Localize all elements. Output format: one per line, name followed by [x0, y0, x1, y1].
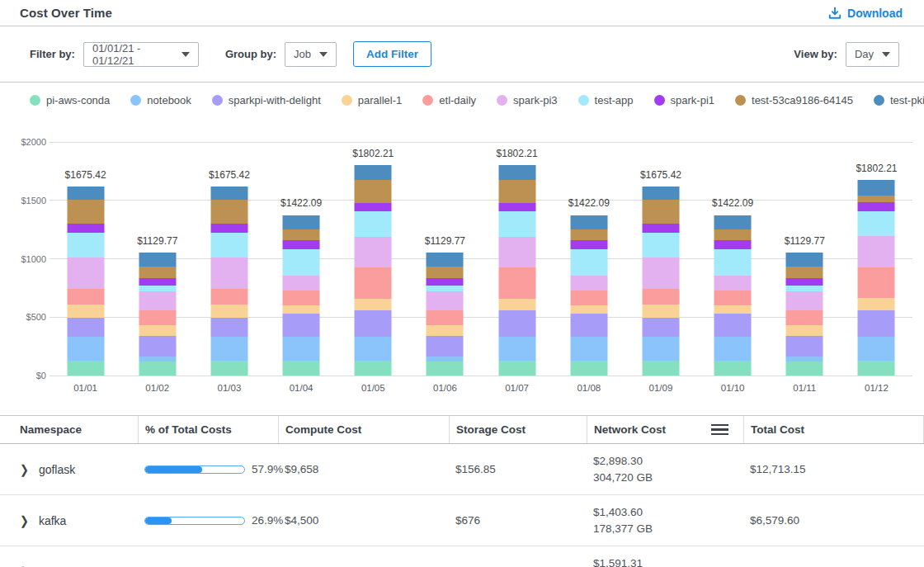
bar-segment-test-app[interactable]: [642, 233, 679, 258]
bar-segment-sparkpi-with-delight[interactable]: [283, 314, 320, 337]
bar-segment-spark-pi3[interactable]: [498, 237, 535, 267]
expand-chevron-icon[interactable]: ❯: [20, 513, 29, 527]
bar-segment-pi-aws-conda[interactable]: [283, 361, 320, 376]
stacked-bar-01/01[interactable]: [67, 187, 104, 376]
legend-item-pi-aws-conda[interactable]: pi-aws-conda: [30, 94, 110, 106]
bar-segment-test-pkix[interactable]: [67, 187, 104, 200]
bar-segment-notebook[interactable]: [283, 337, 320, 361]
legend-item-sparkpi-with-delight[interactable]: sparkpi-with-delight: [212, 94, 321, 106]
bar-segment-spark-pi1[interactable]: [427, 278, 464, 286]
bar-segment-test-pkix[interactable]: [283, 215, 320, 229]
bar-segment-parallel-1[interactable]: [283, 305, 320, 314]
legend-item-notebook[interactable]: notebook: [130, 94, 191, 106]
group-by-select[interactable]: Job: [285, 42, 337, 67]
bar-segment-pi-aws-conda[interactable]: [858, 361, 895, 376]
bar-segment-spark-pi3[interactable]: [714, 276, 752, 291]
bar-segment-test-53ca9186-64145[interactable]: [714, 229, 752, 240]
bar-segment-test-53ca9186-64145[interactable]: [786, 267, 823, 277]
bar-segment-notebook[interactable]: [210, 337, 248, 361]
bar-segment-test-53ca9186-64145[interactable]: [139, 267, 176, 277]
bar-segment-spark-pi1[interactable]: [714, 240, 752, 249]
bar-segment-test-pkix[interactable]: [642, 187, 679, 200]
bar-segment-sparkpi-with-delight[interactable]: [498, 310, 535, 337]
bar-segment-notebook[interactable]: [67, 337, 104, 361]
bar-segment-parallel-1[interactable]: [786, 325, 823, 336]
table-row-goflask[interactable]: ❯goflask57.9%$9,658$156.85$2,898.30304,7…: [0, 444, 924, 495]
bar-segment-test-pkix[interactable]: [714, 215, 752, 229]
bar-segment-etl-daily[interactable]: [210, 289, 248, 305]
bar-segment-spark-pi1[interactable]: [858, 202, 895, 211]
bar-segment-test-pkix[interactable]: [427, 253, 464, 267]
stacked-bar-01/04[interactable]: [283, 215, 320, 376]
bar-segment-test-53ca9186-64145[interactable]: [858, 196, 895, 202]
bar-segment-test-53ca9186-64145[interactable]: [355, 180, 392, 203]
bar-segment-spark-pi3[interactable]: [355, 237, 392, 267]
bar-segment-spark-pi1[interactable]: [139, 278, 176, 286]
bar-segment-test-53ca9186-64145[interactable]: [67, 200, 104, 224]
bar-segment-spark-pi1[interactable]: [498, 203, 535, 211]
bar-segment-test-pkix[interactable]: [786, 253, 823, 267]
bar-segment-sparkpi-with-delight[interactable]: [642, 318, 679, 337]
bar-segment-spark-pi3[interactable]: [570, 276, 607, 291]
bar-segment-test-53ca9186-64145[interactable]: [283, 229, 320, 240]
legend-item-parallel-1[interactable]: parallel-1: [342, 94, 402, 106]
bar-segment-parallel-1[interactable]: [67, 305, 104, 318]
bar-segment-spark-pi1[interactable]: [210, 224, 248, 233]
bar-segment-test-53ca9186-64145[interactable]: [427, 267, 464, 277]
bar-segment-pi-aws-conda[interactable]: [355, 361, 392, 376]
namespace-cell[interactable]: ❯goflask: [0, 444, 138, 494]
bar-segment-spark-pi3[interactable]: [210, 258, 248, 289]
bar-segment-pi-aws-conda[interactable]: [642, 361, 679, 376]
bar-segment-sparkpi-with-delight[interactable]: [858, 310, 895, 337]
bar-segment-test-app[interactable]: [570, 249, 607, 275]
bar-segment-test-53ca9186-64145[interactable]: [210, 200, 248, 224]
bar-segment-spark-pi1[interactable]: [67, 224, 104, 233]
bar-segment-test-app[interactable]: [427, 286, 464, 292]
bar-segment-test-pkix[interactable]: [498, 165, 535, 180]
legend-item-test-53ca9186-64145[interactable]: test-53ca9186-64145: [735, 94, 853, 106]
bar-segment-pi-aws-conda[interactable]: [786, 361, 823, 376]
legend-item-spark-pi1[interactable]: spark-pi1: [654, 94, 714, 106]
bar-segment-etl-daily[interactable]: [283, 291, 320, 306]
bar-segment-pi-aws-conda[interactable]: [570, 361, 607, 376]
bar-segment-sparkpi-with-delight[interactable]: [210, 318, 248, 337]
bar-segment-etl-daily[interactable]: [355, 267, 392, 298]
bar-segment-parallel-1[interactable]: [714, 305, 752, 314]
bar-segment-spark-pi1[interactable]: [570, 240, 607, 249]
bar-segment-parallel-1[interactable]: [498, 299, 535, 310]
bar-segment-parallel-1[interactable]: [427, 325, 464, 336]
bar-segment-etl-daily[interactable]: [786, 310, 823, 325]
bar-segment-sparkpi-with-delight[interactable]: [714, 314, 752, 337]
bar-segment-parallel-1[interactable]: [642, 305, 679, 318]
column-menu-icon[interactable]: [711, 424, 728, 436]
bar-segment-etl-daily[interactable]: [858, 267, 895, 298]
bar-segment-spark-pi3[interactable]: [283, 276, 320, 291]
bar-segment-etl-daily[interactable]: [570, 291, 607, 306]
bar-segment-test-app[interactable]: [714, 249, 752, 275]
bar-segment-test-pkix[interactable]: [210, 187, 248, 200]
bar-segment-spark-pi1[interactable]: [642, 224, 679, 233]
bar-segment-sparkpi-with-delight[interactable]: [570, 314, 607, 337]
bar-segment-spark-pi1[interactable]: [355, 203, 392, 211]
stacked-bar-01/12[interactable]: [858, 180, 895, 376]
bar-segment-test-53ca9186-64145[interactable]: [570, 229, 607, 240]
bar-segment-etl-daily[interactable]: [139, 310, 176, 325]
bar-segment-spark-pi3[interactable]: [427, 291, 464, 309]
download-button[interactable]: Download: [828, 7, 903, 20]
legend-item-etl-daily[interactable]: etl-daily: [422, 94, 476, 106]
view-by-select[interactable]: Day: [846, 42, 899, 67]
legend-item-spark-pi3[interactable]: spark-pi3: [497, 94, 557, 106]
bar-segment-etl-daily[interactable]: [427, 310, 464, 325]
bar-segment-etl-daily[interactable]: [67, 289, 104, 305]
namespace-cell[interactable]: ❯kafka: [0, 495, 138, 546]
stacked-bar-01/09[interactable]: [642, 187, 679, 376]
bar-segment-test-pkix[interactable]: [858, 180, 895, 195]
bar-segment-notebook[interactable]: [714, 337, 752, 361]
bar-segment-pi-aws-conda[interactable]: [67, 361, 104, 376]
bar-segment-notebook[interactable]: [498, 337, 535, 361]
stacked-bar-01/07[interactable]: [498, 165, 535, 376]
bar-segment-parallel-1[interactable]: [210, 305, 248, 318]
bar-segment-spark-pi3[interactable]: [786, 291, 823, 309]
bar-segment-parallel-1[interactable]: [355, 299, 392, 310]
stacked-bar-01/03[interactable]: [210, 187, 248, 376]
